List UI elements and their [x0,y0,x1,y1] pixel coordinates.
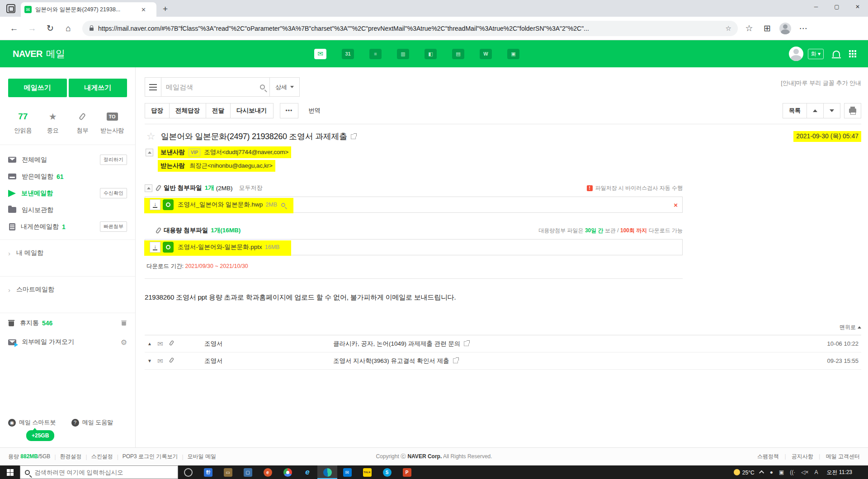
next-mail-button[interactable] [824,103,840,118]
weather-indicator[interactable]: 25°C [734,469,755,476]
sidebar-item-to-myself[interactable]: 내게쓴메일함 1 빠른첨부 [8,218,127,235]
thread-row[interactable]: ▼ ✉ 조영서 조영서 지사학(3963) 유고결석 확인서 제출 09-23 … [145,352,861,370]
video-app-icon[interactable]: ▣ [507,49,519,59]
prev-mail-button[interactable] [807,103,824,118]
ime-indicator[interactable]: A [815,469,818,475]
spam-policy-link[interactable]: 스팸정책 [757,453,779,460]
network-icon[interactable]: ((· [790,469,795,475]
hidden-icons-chevron[interactable] [759,470,764,475]
more-actions-button[interactable]: ••• [280,103,299,118]
important-counter[interactable]: ★ 중요 [38,111,68,135]
sidebar-item-drafts[interactable]: 임시보관함 [8,202,127,218]
home-icon[interactable]: ⌂ [61,21,76,36]
compose-button[interactable]: 메일쓰기 [8,79,67,97]
hangul-app-icon[interactable]: 한 [198,465,218,479]
notes-app-icon[interactable]: ≡ [369,49,382,59]
open-new-window-icon[interactable] [464,341,469,346]
menu-hamburger-button[interactable] [145,77,161,97]
collections-icon[interactable]: ⊞ [760,21,775,36]
sidebar-item-my-mailbox[interactable]: › 내 메일함 [8,240,127,266]
read-receipt-button[interactable]: 수신확인 [100,188,127,198]
translate-button[interactable]: 번역 [308,107,321,115]
profile-avatar[interactable] [789,47,803,61]
to-top-link[interactable]: 맨위로 [145,324,861,331]
storage-bonus-badge[interactable]: +25GB [26,430,54,441]
mail-help-link[interactable]: ?메일 도움말 [71,418,113,427]
start-button[interactable] [0,465,20,479]
collapse-header-button[interactable] [146,149,153,156]
open-new-window-icon[interactable] [351,134,356,139]
chrome-icon[interactable] [278,465,297,479]
cortana-icon[interactable] [178,465,198,479]
sidebar-item-smart-mailbox[interactable]: › 스마트메일함 [8,277,127,303]
download-icon[interactable]: ↓ [150,199,160,210]
empty-trash-icon[interactable] [121,320,126,325]
organize-button[interactable]: 정리하기 [100,155,127,165]
internet-explorer-icon[interactable]: e [297,465,317,479]
unread-counter[interactable]: 77 안읽음 [8,111,38,135]
contacts-app-icon[interactable]: ▥ [397,49,409,59]
sidebar-item-external-mail[interactable]: 외부메일 가져오기 ⚙ [8,333,127,351]
apps-grid-icon[interactable] [849,50,856,57]
star-toggle-icon[interactable]: ☆ [146,131,156,142]
settings-link[interactable]: 환경설정 [60,453,82,460]
mail-search-box[interactable] [161,77,270,97]
collapse-attachments-button[interactable] [145,184,152,192]
taskbar-clock[interactable]: 오전 11:23 [824,470,855,475]
taskbar-search-box[interactable] [20,465,178,479]
office-app-icon[interactable]: W [480,49,492,59]
notice-board-link[interactable]: 공지사항 [792,453,813,460]
resend-button[interactable]: 다시보내기 [231,103,274,118]
mail-app-icon[interactable]: ✉ [314,49,326,59]
quick-attach-button[interactable]: 빠른첨부 [100,221,127,232]
list-button[interactable]: 목록 [783,103,807,118]
profile-badge[interactable]: 화 ▾ [808,49,824,59]
save-all-link[interactable]: 모두저장 [239,184,263,192]
taskbar-search-input[interactable] [34,469,173,476]
from-address[interactable]: 조영서<dudtj7744@naver,com> [204,148,288,156]
skype-icon[interactable]: S [377,465,397,479]
app-window-icon[interactable]: ▢ [238,465,258,479]
add-favorite-icon[interactable]: ☆ [726,24,731,33]
mobile-mail-link[interactable]: 모바일 메일 [188,453,216,460]
file-name[interactable]: 조영서-일본어와-일본문화.pptx [178,243,262,251]
notice-link[interactable]: [안내]마루 부리 글꼴 추가 안내 [781,77,861,87]
window-minimize-button[interactable]: ─ [806,0,826,14]
briefcase-icon[interactable]: ▭ [218,465,238,479]
attachment-counter[interactable]: 첨부 [68,111,98,135]
download-icon[interactable]: ↓ [150,242,160,253]
pop3-log-link[interactable]: POP3 로그인 기록보기 [123,453,178,460]
to-address[interactable]: 최장근<nihonbu@daegu,ac,kr> [189,162,273,170]
notification-bell-icon[interactable] [833,51,840,57]
mail-search-input[interactable] [166,83,260,91]
mail-support-link[interactable]: 메일 고객센터 [826,453,860,460]
volume-muted-icon[interactable]: ◁× [801,469,808,475]
window-close-button[interactable]: ✕ [847,0,868,14]
calendar-app-icon[interactable]: 31 [342,49,354,59]
mail-client-icon[interactable]: ✉ [337,465,357,479]
forward-button[interactable]: 전달 [206,103,231,118]
reply-button[interactable]: 답장 [145,103,170,118]
mail-smartbot-link[interactable]: ◉메일 스마트봇 [8,418,56,427]
tab-close-icon[interactable]: ✕ [141,6,146,13]
print-button[interactable] [844,103,861,118]
open-new-window-icon[interactable] [453,358,458,363]
preview-icon[interactable] [281,203,285,207]
skin-settings-link[interactable]: 스킨설정 [91,453,113,460]
compose-to-self-button[interactable]: 내게쓰기 [69,79,127,97]
thread-title[interactable]: 클라시카, 공자, 논어(1049) 과제제출 관련 문의 [333,340,469,348]
naver-mail-logo[interactable]: NAVER 메일 [13,47,65,60]
address-bar[interactable]: https://mail.naver.com/#%7B"fClass"%3A"r… [82,21,738,36]
new-tab-button[interactable]: + [163,4,168,14]
browser-menu-icon[interactable]: ⋯ [796,21,811,36]
expand-icon[interactable]: ▲ [147,341,157,346]
box-app-icon[interactable]: ◧ [425,49,437,59]
sidebar-item-trash[interactable]: 휴지통 546 [8,313,127,333]
tab-actions-icon[interactable] [6,4,15,13]
search-detail-button[interactable]: 상세 [270,77,300,97]
favorites-bar-icon[interactable]: ☆ [741,21,757,36]
sidebar-item-all-mail[interactable]: 전체메일 정리하기 [8,151,127,168]
browser-beta-icon[interactable]: e [258,465,278,479]
forward-icon[interactable]: → [24,21,40,36]
reply-all-button[interactable]: 전체답장 [170,103,206,118]
